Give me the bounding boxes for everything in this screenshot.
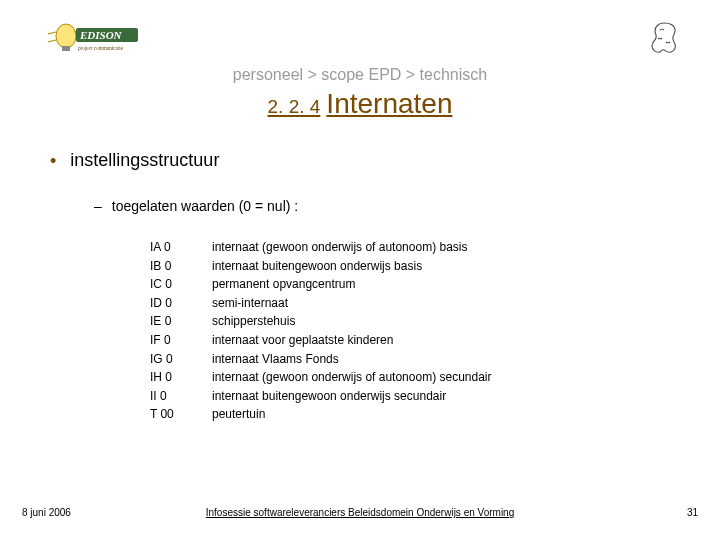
value-code: ID 0 (150, 294, 212, 313)
bullet-l2-text: toegelaten waarden (0 = nul) : (112, 198, 298, 214)
value-code: IC 0 (150, 275, 212, 294)
value-desc: permanent opvangcentrum (212, 275, 355, 294)
value-code: IG 0 (150, 350, 212, 369)
value-row: ID 0semi-internaat (150, 294, 492, 313)
value-desc: schipperstehuis (212, 312, 295, 331)
dash-marker-icon: – (94, 198, 102, 214)
svg-point-0 (56, 24, 76, 48)
title-number: 2. 2. 4 (268, 96, 321, 117)
bullet-marker-icon: • (50, 152, 56, 170)
value-row: IH 0internaat (gewoon onderwijs of auton… (150, 368, 492, 387)
value-desc: internaat voor geplaatste kinderen (212, 331, 393, 350)
value-row: IE 0schipperstehuis (150, 312, 492, 331)
value-desc: internaat (gewoon onderwijs of autonoom)… (212, 368, 492, 387)
value-code: IB 0 (150, 257, 212, 276)
value-row: IA 0internaat (gewoon onderwijs of auton… (150, 238, 492, 257)
value-desc: internaat buitengewoon onderwijs secunda… (212, 387, 446, 406)
slide-title: 2. 2. 4Internaten (0, 88, 720, 120)
value-code: II 0 (150, 387, 212, 406)
title-text: Internaten (326, 88, 452, 119)
value-row: IF 0internaat voor geplaatste kinderen (150, 331, 492, 350)
value-row: T 00peutertuin (150, 405, 492, 424)
svg-text:EDISON: EDISON (79, 29, 123, 41)
value-row: IB 0internaat buitengewoon onderwijs bas… (150, 257, 492, 276)
value-desc: internaat Vlaams Fonds (212, 350, 339, 369)
value-code: IE 0 (150, 312, 212, 331)
edison-logo: EDISON project communicatie (42, 20, 142, 56)
breadcrumb: personeel > scope EPD > technisch (0, 66, 720, 84)
value-code: IH 0 (150, 368, 212, 387)
value-row: II 0internaat buitengewoon onderwijs sec… (150, 387, 492, 406)
value-row: IC 0permanent opvangcentrum (150, 275, 492, 294)
value-desc: semi-internaat (212, 294, 288, 313)
slide: EDISON project communicatie personeel > … (0, 0, 720, 540)
value-list: IA 0internaat (gewoon onderwijs of auton… (150, 238, 492, 424)
bullet-l1-text: instellingsstructuur (70, 150, 219, 171)
value-code: IF 0 (150, 331, 212, 350)
value-code: T 00 (150, 405, 212, 424)
footer-text: Infosessie softwareleveranciers Beleidsd… (0, 507, 720, 518)
bullet-level-1: • instellingsstructuur (50, 150, 219, 171)
svg-rect-1 (62, 46, 70, 51)
value-desc: internaat buitengewoon onderwijs basis (212, 257, 422, 276)
value-desc: peutertuin (212, 405, 265, 424)
lion-logo (646, 20, 682, 56)
bullet-level-2: – toegelaten waarden (0 = nul) : (94, 198, 298, 214)
footer-page-number: 31 (687, 507, 698, 518)
svg-text:project communicatie: project communicatie (78, 45, 124, 51)
value-desc: internaat (gewoon onderwijs of autonoom)… (212, 238, 467, 257)
value-row: IG 0internaat Vlaams Fonds (150, 350, 492, 369)
value-code: IA 0 (150, 238, 212, 257)
